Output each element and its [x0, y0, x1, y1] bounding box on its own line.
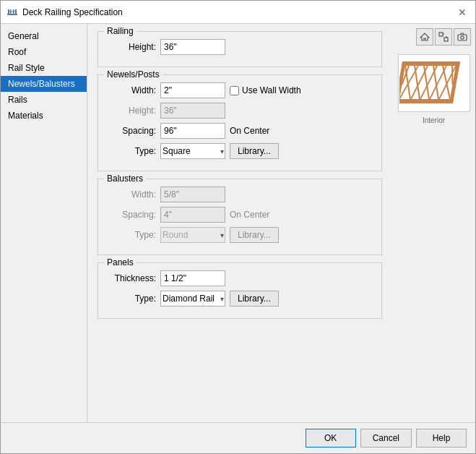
panels-section-title: Panels: [104, 257, 137, 267]
balusters-type-select: Round Square Custom: [160, 227, 225, 243]
svg-marker-6: [420, 33, 429, 40]
svg-rect-4: [10, 9, 12, 14]
sidebar-item-rails[interactable]: Rails: [1, 92, 87, 108]
balusters-section-title: Balusters: [104, 174, 146, 184]
preview-toolbar: [416, 28, 471, 46]
use-wall-width-checkbox[interactable]: [230, 86, 239, 95]
title-bar: Deck Railing Specification ✕: [1, 1, 475, 24]
balusters-width-input: [160, 187, 225, 202]
railing-section-title: Railing: [104, 26, 137, 36]
railing-preview-svg: [399, 58, 469, 108]
cancel-button[interactable]: Cancel: [360, 429, 412, 447]
balusters-on-center-label: On Center: [230, 210, 269, 220]
home-icon: [420, 32, 430, 42]
fit-icon: [438, 32, 449, 42]
newels-spacing-row: Spacing: On Center: [105, 123, 374, 139]
help-button[interactable]: Help: [416, 429, 467, 447]
use-wall-width-label: Use Wall Width: [230, 85, 301, 95]
balusters-spacing-input: [160, 207, 225, 223]
newels-spacing-label: Spacing:: [105, 126, 156, 136]
newels-type-label: Type:: [105, 146, 156, 156]
dialog-footer: OK Cancel Help: [1, 422, 475, 453]
dialog-body: General Roof Rail Style Newels/Balusters…: [1, 24, 475, 422]
svg-rect-13: [402, 61, 460, 66]
newels-type-select-wrapper: Square Round Custom ▾: [160, 143, 225, 159]
newels-type-select[interactable]: Square Round Custom: [160, 143, 225, 159]
close-button[interactable]: ✕: [455, 5, 469, 20]
title-bar-left: Deck Railing Specification: [7, 7, 123, 18]
railing-height-row: Height:: [105, 39, 374, 55]
newels-library-button[interactable]: Library...: [230, 143, 279, 159]
panels-type-row: Type: Diamond Rail Glass Wood ▾ Library.…: [105, 291, 374, 307]
svg-rect-5: [13, 9, 14, 14]
sidebar-item-materials[interactable]: Materials: [1, 108, 87, 124]
deck-railing-icon: [7, 7, 18, 18]
balusters-spacing-label: Spacing:: [105, 210, 156, 220]
sidebar-item-general[interactable]: General: [1, 28, 87, 44]
panels-thickness-label: Thickness:: [105, 273, 156, 283]
railing-height-input[interactable]: [160, 39, 225, 55]
svg-rect-14: [399, 99, 454, 103]
railing-height-label: Height:: [105, 42, 156, 52]
dialog-window: Deck Railing Specification ✕ General Roo…: [0, 0, 476, 454]
railing-section: Railing Height:: [98, 31, 382, 67]
sidebar-item-roof[interactable]: Roof: [1, 44, 87, 60]
camera-icon: [457, 32, 467, 42]
svg-rect-8: [444, 38, 448, 41]
newels-spacing-input[interactable]: [160, 123, 225, 139]
preview-fit-button[interactable]: [435, 28, 452, 46]
newels-on-center-label: On Center: [230, 126, 269, 136]
newels-height-input: [160, 103, 225, 119]
newels-height-row: Height:: [105, 103, 374, 119]
balusters-width-row: Width:: [105, 187, 374, 202]
newels-height-label: Height:: [105, 106, 156, 116]
newels-section-title: Newels/Posts: [104, 69, 163, 80]
svg-point-12: [461, 36, 464, 39]
sidebar-item-newels-balusters[interactable]: Newels/Balusters: [1, 76, 87, 92]
panels-type-select[interactable]: Diamond Rail Glass Wood: [160, 291, 225, 307]
balusters-spacing-row: Spacing: On Center: [105, 207, 374, 223]
newels-type-row: Type: Square Round Custom ▾ Library...: [105, 143, 374, 159]
newels-section: Newels/Posts Width: Use Wall Width Heigh…: [98, 74, 382, 171]
sidebar: General Roof Rail Style Newels/Balusters…: [1, 24, 87, 422]
newels-width-label: Width:: [105, 85, 156, 95]
dialog-title: Deck Railing Specification: [22, 7, 123, 17]
preview-image: [398, 54, 470, 112]
main-content: Railing Height: Newels/Posts Width: Use …: [87, 24, 392, 422]
ok-button[interactable]: OK: [306, 429, 356, 447]
newels-width-row: Width: Use Wall Width: [105, 82, 374, 98]
panels-type-label: Type:: [105, 294, 156, 304]
panels-type-select-wrapper: Diamond Rail Glass Wood ▾: [160, 291, 225, 307]
preview-home-button[interactable]: [416, 28, 433, 46]
panels-thickness-row: Thickness:: [105, 270, 374, 286]
balusters-library-button: Library...: [230, 227, 279, 243]
panels-library-button[interactable]: Library...: [230, 291, 279, 307]
svg-rect-7: [439, 33, 443, 36]
balusters-type-select-wrapper: Round Square Custom ▾: [160, 227, 225, 243]
preview-camera-button[interactable]: [454, 28, 471, 46]
preview-panel: Interior: [392, 24, 475, 422]
balusters-type-row: Type: Round Square Custom ▾ Library...: [105, 227, 374, 243]
preview-label: Interior: [423, 116, 445, 124]
newels-width-input[interactable]: [160, 82, 225, 98]
sidebar-item-rail-style[interactable]: Rail Style: [1, 60, 87, 76]
balusters-type-label: Type:: [105, 230, 156, 240]
panels-section: Panels Thickness: Type: Diamond Rail Gla…: [98, 262, 382, 319]
balusters-width-label: Width:: [105, 189, 156, 200]
panels-thickness-input[interactable]: [160, 270, 225, 286]
balusters-section: Balusters Width: Spacing: On Center Type…: [98, 179, 382, 255]
